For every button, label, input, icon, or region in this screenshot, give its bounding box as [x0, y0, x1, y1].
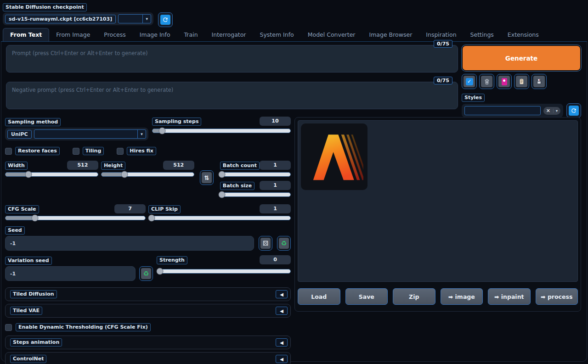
tab-process[interactable]: Process	[97, 28, 132, 41]
cfg-scale-slider[interactable]	[5, 216, 146, 220]
controlnet-accordion[interactable]: ControlNet ◀	[5, 352, 291, 364]
controlnet-label: ControlNet	[10, 355, 46, 363]
tab-system-info[interactable]: System Info	[253, 28, 300, 41]
send-to-image-button[interactable]: ➡ image	[441, 288, 483, 305]
clear-icon[interactable]: ✕	[546, 108, 550, 114]
tab-from-image[interactable]: From Image	[49, 28, 97, 41]
prompt-input[interactable]	[6, 45, 458, 73]
slider-handle[interactable]	[218, 171, 225, 178]
variation-strength-value[interactable]: 0	[260, 255, 291, 264]
from-text-panel: 0/75 0/75 Generate ✓	[1, 42, 587, 362]
dynamic-thresholding-label: Enable Dynamic Thresholding (CFG Scale F…	[16, 323, 151, 331]
restore-faces-label: Restore faces	[15, 147, 60, 155]
extra-networks-button[interactable]	[497, 74, 512, 89]
sampling-method-dropdown[interactable]: UniPC ▾	[5, 128, 148, 140]
chevron-down-icon[interactable]: ▾	[553, 109, 558, 113]
accordion-arrow-icon[interactable]: ◀	[276, 290, 288, 298]
checkpoint-dropdown[interactable]: sd-v15-runwayml.ckpt [cc6cb27103] ▾	[3, 12, 153, 25]
slider-handle[interactable]	[159, 128, 166, 134]
height-label: Height	[101, 162, 125, 170]
checkpoint-label: Stable Diffusion checkpoint	[3, 3, 87, 11]
slider-handle[interactable]	[156, 268, 163, 275]
refresh-styles-button[interactable]	[566, 103, 581, 118]
refresh-checkpoints-button[interactable]	[158, 12, 173, 27]
tiling-label: Tiling	[83, 147, 104, 155]
tiled-vae-label: Tiled VAE	[10, 307, 42, 315]
styles-input[interactable]	[464, 106, 541, 115]
random-seed-button[interactable]: ⚄	[259, 236, 272, 251]
chevron-down-icon[interactable]: ▾	[137, 130, 146, 138]
accordion-arrow-icon[interactable]: ◀	[276, 307, 288, 315]
slider-handle[interactable]	[25, 171, 32, 178]
clip-skip-slider[interactable]	[148, 216, 291, 220]
width-value[interactable]: 512	[67, 161, 98, 170]
variation-strength-slider[interactable]	[157, 269, 291, 274]
styles-dropdown[interactable]: ✕ ▾	[462, 104, 563, 118]
slider-handle[interactable]	[121, 171, 128, 178]
save-button[interactable]: Save	[345, 288, 388, 305]
output-gallery-panel: Load Save Zip ➡ image ➡ inpaint ➡ proces…	[294, 117, 581, 312]
save-style-button[interactable]	[531, 74, 547, 89]
height-slider[interactable]	[101, 172, 194, 177]
clear-prompt-button[interactable]	[479, 74, 494, 89]
negative-prompt-input[interactable]	[6, 82, 458, 109]
checkpoint-select[interactable]: ▾	[118, 14, 151, 23]
batch-count-value[interactable]: 1	[260, 161, 291, 170]
tiled-diffusion-accordion[interactable]: Tiled Diffusion ◀	[5, 287, 291, 301]
reuse-variation-seed-button[interactable]: ♻	[139, 266, 153, 281]
tiled-vae-accordion[interactable]: Tiled VAE ◀	[5, 304, 291, 318]
chevron-down-icon[interactable]: ▾	[142, 15, 151, 23]
width-slider[interactable]	[5, 172, 98, 177]
checkpoint-value[interactable]: sd-v15-runwayml.ckpt [cc6cb27103]	[5, 15, 116, 23]
anapnoe-logo	[305, 128, 363, 186]
floppy-disk-icon	[533, 76, 545, 87]
accordion-arrow-icon[interactable]: ◀	[276, 355, 288, 363]
stable-diffusion-webui: Stable Diffusion checkpoint sd-v15-runwa…	[0, 0, 588, 364]
tab-interrogator[interactable]: Interrogator	[205, 28, 253, 41]
slider-handle[interactable]	[31, 215, 38, 222]
tab-model-converter[interactable]: Model Converter	[301, 28, 362, 41]
tab-image-browser[interactable]: Image Browser	[362, 28, 419, 41]
load-button[interactable]: Load	[298, 288, 340, 305]
sampling-steps-slider[interactable]	[152, 129, 291, 133]
apply-style-button[interactable]	[514, 74, 529, 89]
send-to-process-button[interactable]: ➡ process	[536, 288, 578, 305]
sampling-method-value[interactable]: UniPC	[7, 130, 32, 139]
paste-parameters-button[interactable]: ✓	[462, 74, 477, 89]
clip-skip-label: CLIP Skip	[148, 205, 181, 213]
clip-skip-value[interactable]: 1	[260, 204, 291, 213]
reuse-seed-button[interactable]: ♻	[277, 236, 291, 251]
swap-icon: ⇅	[202, 172, 212, 183]
swap-dimensions-button[interactable]: ⇅	[200, 170, 214, 185]
variation-seed-input[interactable]	[5, 266, 136, 281]
batch-size-slider[interactable]	[220, 192, 291, 197]
send-to-inpaint-button[interactable]: ➡ inpaint	[488, 288, 531, 305]
generate-button[interactable]: Generate	[462, 45, 581, 71]
seed-input[interactable]	[5, 236, 254, 251]
zip-button[interactable]: Zip	[393, 288, 435, 305]
dynamic-thresholding-checkbox[interactable]	[5, 324, 12, 331]
tab-image-info[interactable]: Image Info	[133, 28, 177, 41]
batch-count-slider[interactable]	[220, 172, 291, 177]
tab-train[interactable]: Train	[177, 28, 205, 41]
height-value[interactable]: 512	[163, 161, 194, 170]
batch-size-value[interactable]: 1	[260, 181, 291, 190]
recycle-icon: ♻	[141, 268, 151, 279]
tab-inspiration[interactable]: Inspiration	[419, 28, 463, 41]
steps-animation-accordion[interactable]: Steps animation ◀	[5, 336, 291, 349]
cfg-scale-value[interactable]: 7	[114, 204, 146, 213]
tab-extensions[interactable]: Extensions	[501, 28, 546, 41]
gallery-thumbnail[interactable]	[301, 123, 368, 190]
check-icon: ✓	[466, 78, 473, 85]
tab-settings[interactable]: Settings	[464, 28, 501, 41]
hires-fix-checkbox[interactable]	[117, 148, 124, 155]
restore-faces-checkbox[interactable]	[5, 148, 12, 155]
tiling-checkbox[interactable]	[73, 148, 79, 155]
sampling-steps-value[interactable]: 10	[260, 117, 291, 126]
tab-from-text[interactable]: From Text	[3, 28, 49, 41]
slider-handle[interactable]	[218, 191, 225, 198]
accordion-arrow-icon[interactable]: ◀	[276, 338, 288, 347]
styles-clear-control[interactable]: ✕ ▾	[543, 107, 560, 115]
slider-handle[interactable]	[148, 215, 155, 222]
sampling-steps-label: Sampling steps	[152, 118, 201, 126]
